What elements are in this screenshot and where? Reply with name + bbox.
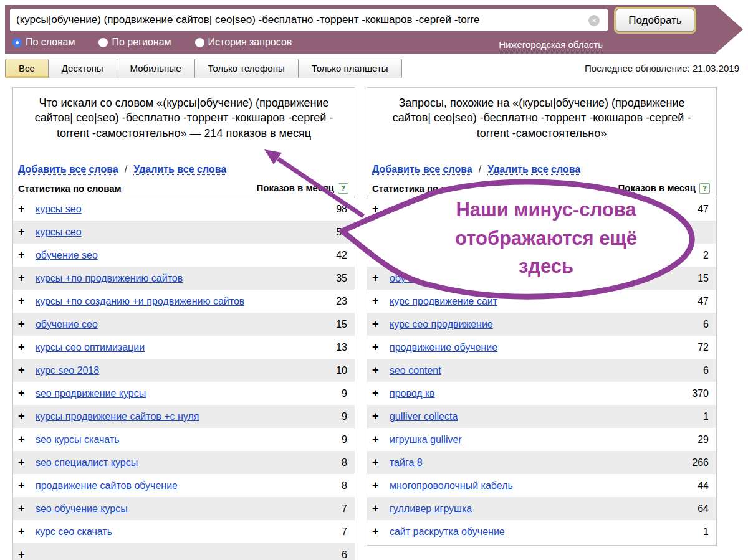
impressions-value: 8 xyxy=(342,479,347,492)
add-keyword-button[interactable]: + xyxy=(18,272,25,285)
add-keyword-button[interactable]: + xyxy=(18,249,25,262)
add-keyword-button[interactable]: + xyxy=(18,364,25,377)
submit-button[interactable]: Подобрать xyxy=(616,9,694,32)
add-keyword-button[interactable]: + xyxy=(18,295,25,308)
tab-4[interactable]: Только планшеты xyxy=(299,59,402,78)
keyword-link[interactable]: seo продвижение курсы xyxy=(36,388,146,399)
table-row: 8 + продвижение сайтов обучение xyxy=(13,474,355,497)
table-row: 35 + курсы +по продвижению сайтов xyxy=(13,267,355,290)
add-keyword-button[interactable]: + xyxy=(372,202,379,216)
keyword-link[interactable]: seo обучение курсы xyxy=(36,503,128,514)
table-row: 47 + курс продвижение сайт xyxy=(367,290,716,313)
impressions-value: 370 xyxy=(692,387,709,400)
similar-panel-title: Запросы, похожие на «(курсы|обучение) (п… xyxy=(378,95,705,158)
keyword-link[interactable]: курс сео скачать xyxy=(36,526,112,537)
keyword-link[interactable]: курсы +по созданию +и продвижению сайтов xyxy=(36,296,244,306)
keyword-link[interactable]: тайга 8 xyxy=(390,457,423,468)
impressions-value: 15 xyxy=(698,272,709,285)
radio-icon[interactable] xyxy=(98,38,108,47)
keyword-link[interactable]: gulliver collecta xyxy=(390,411,458,422)
tab-2[interactable]: Мобильные xyxy=(117,59,195,78)
keyword-link[interactable]: обучение xyxy=(390,273,433,283)
keyword-column-header: Статистика по словам xyxy=(372,183,476,194)
header-arrow-tip xyxy=(716,5,743,54)
keyword-link[interactable]: сайт раскрутка обучение xyxy=(390,526,505,537)
impressions-value: 9 xyxy=(342,410,347,423)
add-keyword-button[interactable]: + xyxy=(18,456,25,469)
keyword-link[interactable]: игрушка gulliver xyxy=(390,434,462,445)
radio-icon[interactable] xyxy=(195,38,204,47)
region-link[interactable]: Нижегородская область xyxy=(499,39,603,50)
keyword-link[interactable]: курсы продвижение сайтов +с нуля xyxy=(36,411,199,422)
add-keyword-button[interactable]: + xyxy=(18,387,25,400)
help-icon[interactable]: ? xyxy=(338,183,348,194)
add-keyword-button[interactable]: + xyxy=(372,387,379,400)
add-keyword-button[interactable]: + xyxy=(372,410,379,423)
keyword-link[interactable]: курс seo 2018 xyxy=(36,365,99,376)
keyword-link[interactable]: провод кв xyxy=(390,388,435,399)
add-all-words-link[interactable]: Добавить все слова xyxy=(18,164,118,175)
add-keyword-button[interactable]: + xyxy=(372,364,379,377)
mode-option-0[interactable]: По словам xyxy=(12,37,75,48)
add-keyword-button[interactable]: + xyxy=(18,479,25,492)
mode-option-1[interactable]: По регионам xyxy=(98,37,171,48)
last-update-label: Последнее обновление: 21.03.2019 xyxy=(585,63,739,74)
mode-label: По словам xyxy=(26,37,75,48)
keyword-link[interactable]: seo специалист курсы xyxy=(36,457,138,468)
add-keyword-button[interactable]: + xyxy=(372,525,379,538)
add-all-words-link[interactable]: Добавить все слова xyxy=(372,164,472,175)
impressions-value: 10 xyxy=(336,364,347,377)
add-keyword-button[interactable]: + xyxy=(18,502,25,515)
add-keyword-button[interactable]: + xyxy=(372,272,379,285)
add-keyword-button[interactable]: + xyxy=(372,341,379,354)
keyword-link[interactable]: курсы seo xyxy=(36,204,82,214)
table-row: 10 + курс seo 2018 xyxy=(13,359,355,382)
keyword-link[interactable]: курс продвижение сайт xyxy=(390,296,497,306)
add-keyword-button[interactable]: + xyxy=(372,433,379,446)
clear-search-icon[interactable]: ✕ xyxy=(588,15,600,26)
remove-all-words-link[interactable]: Удалить все слова xyxy=(133,164,226,175)
table-row: 7 + курс сео скачать xyxy=(13,520,355,543)
keyword-link[interactable]: курсы сео оптимизации xyxy=(36,342,145,353)
keyword-link[interactable]: курсы +по продвижению сайтов xyxy=(36,273,183,283)
add-keyword-button[interactable]: + xyxy=(18,433,25,446)
keyword-link[interactable]: seo курсы скачать xyxy=(36,434,120,445)
tab-3[interactable]: Только телефоны xyxy=(195,59,299,78)
mode-label: История запросов xyxy=(208,37,292,48)
add-keyword-button[interactable]: + xyxy=(18,548,25,560)
add-keyword-button[interactable]: + xyxy=(18,341,25,354)
add-keyword-button[interactable]: + xyxy=(18,202,25,216)
tab-1[interactable]: Десктопы xyxy=(49,59,117,78)
add-keyword-button[interactable]: + xyxy=(372,502,379,515)
add-keyword-button[interactable]: + xyxy=(18,225,25,239)
keyword-link[interactable]: обучение seo xyxy=(36,250,98,260)
keyword-link[interactable]: обучение сео xyxy=(36,319,98,330)
add-keyword-button[interactable]: + xyxy=(18,525,25,538)
keyword-link[interactable]: курсы сео xyxy=(36,227,82,237)
impressions-column-header: Показов в месяц? xyxy=(618,183,710,194)
add-keyword-button[interactable]: + xyxy=(18,410,25,423)
remove-all-words-link[interactable]: Удалить все слова xyxy=(487,164,580,175)
help-icon[interactable]: ? xyxy=(699,183,710,194)
radio-icon[interactable] xyxy=(12,38,22,47)
add-keyword-button[interactable]: + xyxy=(18,318,25,331)
impressions-value: 13 xyxy=(336,341,347,354)
add-keyword-button[interactable]: + xyxy=(372,318,379,331)
keyword-link[interactable]: курс сео продвижение xyxy=(390,319,493,330)
tab-0[interactable]: Все xyxy=(5,59,49,78)
impressions-value: 8 xyxy=(342,456,347,469)
keyword-link[interactable]: многопроволочный кабель xyxy=(390,480,513,491)
add-keyword-button[interactable]: + xyxy=(372,456,379,469)
keyword-link[interactable]: продвижение обучение xyxy=(390,342,497,353)
add-keyword-button[interactable]: + xyxy=(372,225,379,239)
table-row: 1 + gulliver collecta xyxy=(367,405,716,428)
bulk-links-row: Добавить все слова/Удалить все слова xyxy=(18,164,355,175)
keyword-link[interactable]: гулливер игрушка xyxy=(390,503,472,514)
add-keyword-button[interactable]: + xyxy=(372,249,379,262)
keyword-link[interactable]: seo content xyxy=(390,365,441,376)
mode-option-2[interactable]: История запросов xyxy=(195,37,292,48)
add-keyword-button[interactable]: + xyxy=(372,479,379,492)
add-keyword-button[interactable]: + xyxy=(372,295,379,308)
keyword-link[interactable]: продвижение сайтов обучение xyxy=(36,480,178,491)
search-input[interactable] xyxy=(10,9,608,31)
